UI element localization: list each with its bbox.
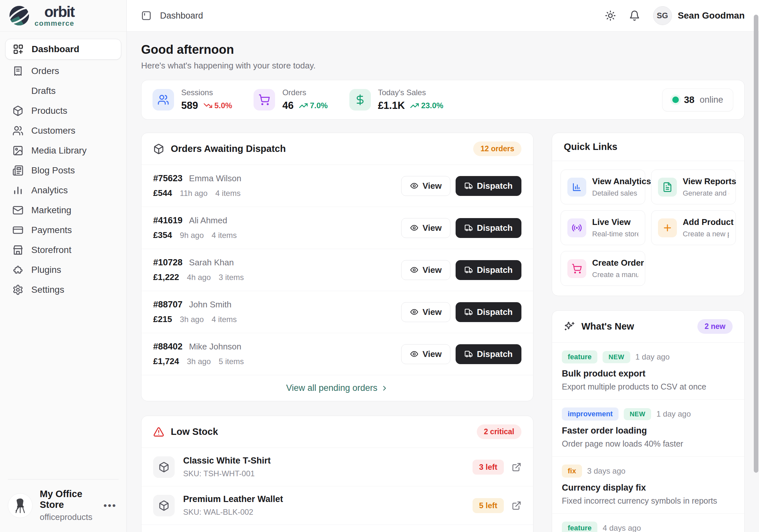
trend-up-indicator: 7.0% — [299, 101, 328, 110]
orbit-logo-icon — [9, 5, 30, 26]
trend-down-icon — [203, 101, 213, 110]
page-subtitle: Here's what's happening with your store … — [141, 61, 745, 71]
change-time: 4 days ago — [603, 523, 641, 532]
sidebar-item-marketing[interactable]: Marketing — [5, 200, 121, 220]
truck-icon — [464, 266, 473, 274]
online-label: online — [700, 95, 723, 105]
sidebar-item-label: Payments — [31, 225, 72, 235]
sidebar-item-media-library[interactable]: Media Library — [5, 141, 121, 160]
quick-link-title: Live View — [592, 217, 638, 227]
sidebar-item-dashboard[interactable]: Dashboard — [5, 39, 121, 60]
dispatch-order-button[interactable]: Dispatch — [456, 302, 521, 322]
sidebar-item-products[interactable]: Products — [5, 101, 121, 121]
chair-image — [12, 497, 29, 514]
sidebar-item-label: Drafts — [31, 86, 56, 96]
sidebar-item-storefront[interactable]: Storefront — [5, 240, 121, 260]
order-amount: £354 — [153, 230, 172, 240]
product-sku: SKU: TSH-WHT-001 — [183, 469, 271, 478]
product-name: Premium Leather Wallet — [183, 494, 283, 504]
analytics-chart-icon — [567, 178, 586, 197]
whats-new-item: improvement NEW 1 day ago Faster order l… — [552, 400, 744, 457]
orders-awaiting-dispatch-card: Orders Awaiting Dispatch 12 orders #7562… — [141, 133, 534, 401]
change-title: Bulk product export — [562, 369, 735, 379]
eye-icon — [410, 308, 419, 316]
store-profile[interactable]: My Office Store officeproducts ••• — [8, 479, 119, 532]
dispatch-order-button[interactable]: Dispatch — [456, 344, 521, 364]
dispatch-order-button[interactable]: Dispatch — [456, 260, 521, 280]
order-items: 4 items — [216, 189, 241, 198]
right-column: Quick Links View Analytics Detailed sale… — [552, 133, 745, 532]
sidebar-toggle-icon[interactable] — [141, 11, 151, 21]
quick-link-view-reports[interactable]: View Reports Generate and exp... — [651, 170, 736, 204]
order-amount: £1,222 — [153, 272, 179, 282]
user-menu[interactable]: SG Sean Goodman — [653, 6, 745, 25]
view-order-button[interactable]: View — [401, 218, 450, 238]
page-scrollbar[interactable] — [754, 15, 758, 473]
external-link-icon[interactable] — [512, 462, 521, 472]
store-name: My Office Store — [40, 489, 94, 510]
view-order-button[interactable]: View — [401, 176, 450, 196]
order-row: #75623Emma Wilson £54411h ago4 items Vie… — [141, 165, 533, 207]
view-order-button[interactable]: View — [401, 344, 450, 364]
dispatch-order-button[interactable]: Dispatch — [456, 218, 521, 238]
change-time: 1 day ago — [656, 409, 691, 419]
quick-link-desc: Create a manual ... — [592, 270, 638, 279]
product-package-icon — [153, 456, 175, 478]
sidebar-item-customers[interactable]: Customers — [5, 121, 121, 141]
theme-toggle-sun-icon[interactable] — [605, 10, 616, 21]
order-items: 4 items — [212, 315, 237, 324]
change-type-badge: improvement — [562, 407, 619, 421]
truck-icon — [464, 224, 473, 232]
order-time: 4h ago — [187, 273, 211, 282]
order-customer: Mike Johnson — [189, 342, 241, 352]
sidebar-item-settings[interactable]: Settings — [5, 280, 121, 300]
dollar-icon — [354, 94, 366, 105]
cart-icon — [567, 259, 586, 278]
sidebar-item-label: Customers — [31, 126, 75, 136]
store-menu-button[interactable]: ••• — [101, 498, 119, 513]
quick-link-create-order[interactable]: Create Order Create a manual ... — [561, 251, 645, 286]
order-items: 5 items — [219, 357, 244, 366]
order-row: #88402Mike Johnson £1,7243h ago5 items V… — [141, 333, 533, 375]
critical-count-badge: 2 critical — [477, 425, 521, 439]
sidebar: orbit commerce Dashboard Orders Drafts P… — [0, 0, 127, 532]
sidebar-item-label: Marketing — [31, 205, 71, 216]
store-handle: officeproducts — [40, 512, 94, 522]
page-title: Good afternoon — [141, 43, 745, 57]
stat-label: Orders — [282, 88, 328, 97]
brand-subtitle: commerce — [34, 20, 74, 27]
stock-left-badge: 5 left — [472, 498, 504, 513]
quick-link-title: View Analytics — [592, 176, 638, 186]
card-title: What's New — [581, 321, 634, 332]
sidebar-item-drafts[interactable]: Drafts — [5, 81, 121, 101]
sidebar-item-plugins[interactable]: Plugins — [5, 260, 121, 280]
change-title: Faster order loading — [562, 426, 735, 436]
quick-link-view-analytics[interactable]: View Analytics Detailed sales and... — [561, 170, 645, 204]
stat-label: Today's Sales — [378, 88, 444, 97]
orders-cart-icon — [259, 94, 270, 105]
app-root: orbit commerce Dashboard Orders Drafts P… — [0, 0, 759, 532]
notifications-bell-icon[interactable] — [629, 10, 640, 21]
package-icon — [153, 143, 164, 154]
stat-label: Sessions — [181, 88, 232, 97]
external-link-icon[interactable] — [512, 501, 521, 511]
quick-link-desc: Generate and exp... — [683, 189, 729, 197]
quick-link-live-view[interactable]: Live View Real-time store a... — [561, 210, 645, 245]
stat-todays-sales: Today's Sales £1.1K 23.0% — [349, 88, 444, 111]
view-order-button[interactable]: View — [401, 260, 450, 280]
sidebar-item-orders[interactable]: Orders — [5, 61, 121, 81]
dispatch-order-button[interactable]: Dispatch — [456, 176, 521, 196]
view-order-button[interactable]: View — [401, 302, 450, 322]
low-stock-row: Wireless Bluetooth Earbuds SKU: EAR-BLU-… — [141, 525, 533, 532]
live-broadcast-icon — [567, 219, 586, 237]
sidebar-item-blog-posts[interactable]: Blog Posts — [5, 160, 121, 180]
stat-value: 589 — [181, 100, 198, 111]
view-all-pending-orders-link[interactable]: View all pending orders — [141, 375, 533, 401]
quick-link-add-product[interactable]: Add Product Create a new pro... — [651, 210, 736, 245]
change-time: 3 days ago — [587, 467, 625, 475]
sidebar-item-payments[interactable]: Payments — [5, 220, 121, 240]
sidebar-item-analytics[interactable]: Analytics — [5, 180, 121, 200]
card-title: Orders Awaiting Dispatch — [171, 143, 286, 154]
product-sku: SKU: WAL-BLK-002 — [183, 508, 283, 517]
stat-value: £1.1K — [378, 100, 405, 111]
